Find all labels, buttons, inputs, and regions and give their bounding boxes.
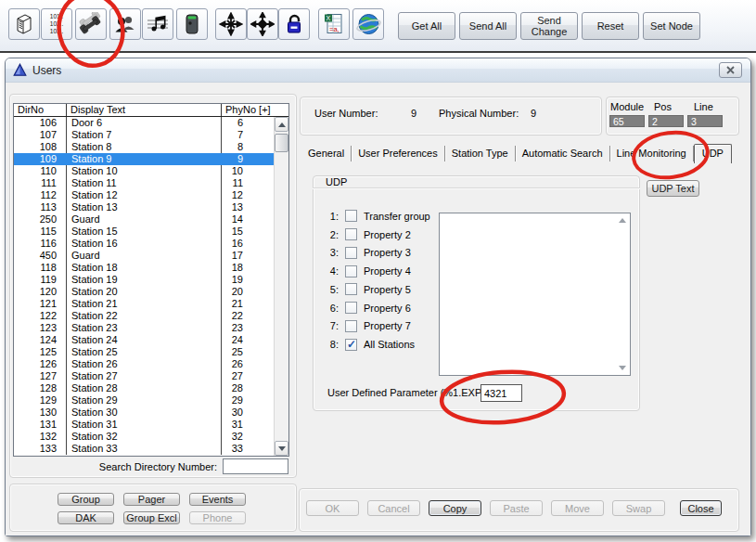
directory-row[interactable]: 119 Station 19 19 xyxy=(14,274,274,286)
broadcast-arrows-button[interactable] xyxy=(215,8,247,40)
directory-numbers-button[interactable]: 101.. 102.. 103.. xyxy=(41,8,72,40)
udp-param-input[interactable] xyxy=(481,384,522,402)
dialog-titlebar[interactable]: Users xyxy=(6,58,750,83)
directory-row[interactable]: 121 Station 21 21 xyxy=(14,298,274,310)
row-phyno: 8 xyxy=(222,141,274,153)
scroll-down-button[interactable] xyxy=(275,441,288,456)
directory-row[interactable]: 118 Station 18 18 xyxy=(14,262,274,274)
directory-row[interactable]: 128 Station 28 28 xyxy=(14,382,274,394)
station-device-button[interactable] xyxy=(176,8,208,40)
directory-row[interactable]: 112 Station 12 12 xyxy=(14,189,274,201)
send-all-button[interactable]: Send All xyxy=(459,12,517,40)
directory-row[interactable]: 113 Station 13 13 xyxy=(14,201,274,213)
audio-program-button[interactable] xyxy=(142,8,173,40)
udp-text-button[interactable]: UDP Text xyxy=(647,180,699,197)
property-checkbox[interactable] xyxy=(345,210,357,222)
network-node-button[interactable] xyxy=(247,8,278,40)
directory-scrollbar[interactable] xyxy=(274,117,288,456)
row-phyno: 9 xyxy=(222,153,274,165)
bottom-action-button[interactable]: Swap xyxy=(612,500,665,516)
tab[interactable]: General xyxy=(301,146,352,161)
directory-row[interactable]: 120 Station 20 20 xyxy=(14,286,274,298)
udp-members-listbox[interactable] xyxy=(439,213,631,376)
left-action-button[interactable]: Group xyxy=(58,493,114,506)
directory-row[interactable]: 132 Station 32 32 xyxy=(14,431,274,443)
left-action-button[interactable]: Events xyxy=(189,493,246,506)
property-checkbox[interactable] xyxy=(345,283,357,295)
dialog-close-button[interactable] xyxy=(719,62,742,78)
tab[interactable]: Line Monitoring xyxy=(610,146,694,161)
listbox-arrow-down-icon[interactable] xyxy=(619,366,626,370)
directory-row[interactable]: 129 Station 29 29 xyxy=(14,394,274,406)
property-checkbox[interactable] xyxy=(345,265,357,277)
row-phyno: 30 xyxy=(222,406,274,419)
row-dirno: 130 xyxy=(14,406,67,419)
reset-button[interactable]: Reset xyxy=(582,12,639,40)
excel-export-button[interactable]: X =a, xyxy=(318,8,350,40)
row-phyno: 23 xyxy=(222,322,274,334)
tab[interactable]: Automatic Search xyxy=(516,146,610,161)
udp-property-row: 5: Property 5 xyxy=(324,280,430,299)
directory-row[interactable]: 133 Station 33 33 xyxy=(14,443,274,455)
directory-row[interactable]: 250 Guard 14 xyxy=(14,213,274,226)
bottom-action-button[interactable]: Move xyxy=(551,500,604,516)
left-action-button[interactable]: Group Excl xyxy=(123,511,180,524)
listbox-arrow-up-icon[interactable] xyxy=(619,218,626,223)
send-change-button[interactable]: Send Change xyxy=(520,12,578,40)
globe-button[interactable] xyxy=(352,8,384,40)
tab-strip: General User Preferences Station Type Au… xyxy=(301,141,732,161)
bottom-action-button[interactable]: Close xyxy=(680,500,722,516)
property-checkbox[interactable] xyxy=(345,339,357,351)
row-display-text: Station 11 xyxy=(67,177,222,189)
tab[interactable]: Station Type xyxy=(445,146,516,161)
tab[interactable]: UDP xyxy=(694,144,732,163)
directory-row[interactable]: 130 Station 30 30 xyxy=(14,406,274,419)
directory-row[interactable]: 131 Station 31 31 xyxy=(14,419,274,431)
directory-row[interactable]: 110 Station 10 10 xyxy=(14,165,274,177)
row-display-text: Door 6 xyxy=(67,117,222,129)
scrollbar-thumb[interactable] xyxy=(275,134,288,152)
scroll-up-button[interactable] xyxy=(275,117,288,132)
tab[interactable]: User Preferences xyxy=(352,146,445,161)
search-directory-input[interactable] xyxy=(223,458,288,474)
directory-row[interactable]: 450 Guard 17 xyxy=(14,250,274,262)
property-checkbox[interactable] xyxy=(345,247,357,259)
property-checkbox[interactable] xyxy=(345,320,357,332)
directory-row[interactable]: 115 Station 15 15 xyxy=(14,226,274,238)
column-header-display-text[interactable]: Display Text xyxy=(67,104,222,116)
column-header-dirno[interactable]: DirNo xyxy=(14,104,67,116)
udp-property-row: 2: Property 2 xyxy=(324,226,430,244)
directory-row[interactable]: 107 Station 7 7 xyxy=(14,129,274,141)
bottom-action-button[interactable]: Copy xyxy=(429,500,481,516)
bottom-action-button[interactable]: Paste xyxy=(490,500,543,516)
set-node-button[interactable]: Set Node xyxy=(643,12,700,40)
directory-row[interactable]: 127 Station 27 27 xyxy=(14,370,274,382)
property-checkbox[interactable] xyxy=(345,302,357,314)
directory-row[interactable]: 108 Station 8 8 xyxy=(14,141,274,153)
bottom-action-button[interactable]: OK xyxy=(306,500,359,516)
row-phyno: 31 xyxy=(222,419,274,431)
row-display-text: Station 12 xyxy=(67,189,222,201)
left-action-button[interactable]: Pager xyxy=(123,493,180,506)
directory-row[interactable]: 111 Station 11 11 xyxy=(14,177,274,189)
users-phone-button[interactable] xyxy=(75,8,107,40)
directory-row[interactable]: 106 Door 6 6 xyxy=(14,117,274,129)
users-group-button[interactable] xyxy=(109,8,141,40)
bottom-action-button[interactable]: Cancel xyxy=(367,500,420,516)
directory-row[interactable]: 122 Station 22 22 xyxy=(14,310,274,322)
directory-row[interactable]: 124 Station 24 24 xyxy=(14,334,274,346)
dialog-client-area: DirNo Display Text PhyNo [+] 106 Door 6 … xyxy=(6,84,750,536)
left-action-button[interactable]: Phone xyxy=(189,511,246,524)
get-all-button[interactable]: Get All xyxy=(398,12,455,40)
directory-row[interactable]: 126 Station 26 26 xyxy=(14,358,274,370)
row-phyno: 7 xyxy=(222,129,274,141)
lock-button[interactable] xyxy=(278,8,310,40)
directory-row[interactable]: 125 Station 25 25 xyxy=(14,346,274,358)
directory-row[interactable]: 116 Station 16 16 xyxy=(14,238,274,250)
directory-row[interactable]: 109 Station 9 9 xyxy=(14,153,274,165)
left-action-button[interactable]: DAK xyxy=(58,511,114,524)
property-checkbox[interactable] xyxy=(345,228,357,240)
exchange-server-button[interactable] xyxy=(8,8,40,40)
column-header-phyno[interactable]: PhyNo [+] xyxy=(222,104,274,116)
directory-row[interactable]: 123 Station 23 23 xyxy=(14,322,274,334)
